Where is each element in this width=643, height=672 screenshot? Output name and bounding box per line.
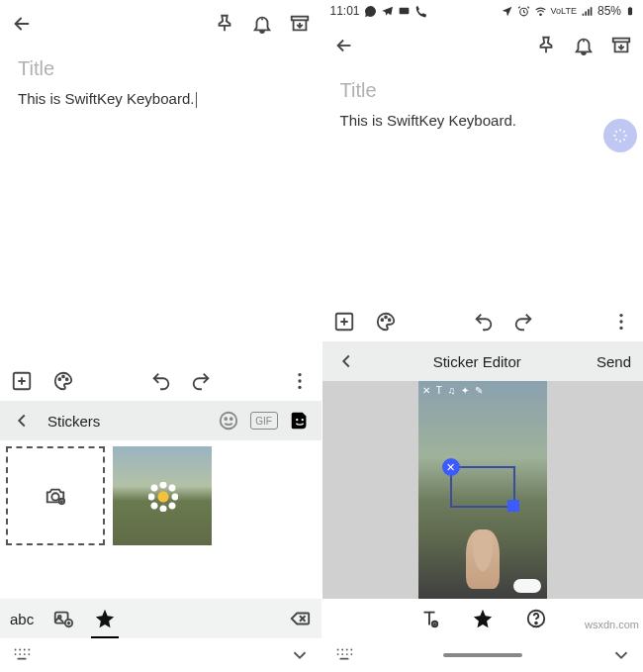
svg-point-29	[539, 13, 541, 15]
svg-point-38	[619, 320, 622, 323]
undo-button[interactable]	[149, 369, 173, 393]
crop-delete-icon[interactable]: ✕	[442, 458, 460, 476]
redo-button[interactable]	[511, 310, 535, 334]
add-button[interactable]	[10, 369, 34, 393]
add-button[interactable]	[332, 310, 356, 334]
svg-rect-32	[613, 39, 630, 43]
svg-point-34	[381, 319, 383, 321]
battery-label: 85%	[597, 4, 621, 18]
whatsapp-icon	[364, 5, 377, 18]
next-pill[interactable]	[513, 579, 541, 593]
note-content[interactable]: Title This is SwiftKey Keyboard.	[0, 48, 322, 361]
svg-point-22	[15, 653, 17, 655]
archive-button[interactable]	[609, 34, 633, 57]
archive-button[interactable]	[288, 12, 312, 36]
svg-point-36	[388, 319, 390, 321]
note-body-input[interactable]: This is SwiftKey Keyboard.	[340, 112, 516, 129]
emoji-tab[interactable]	[217, 409, 240, 432]
music-icon[interactable]: ♫	[448, 385, 456, 396]
keyboard-grid-icon[interactable]	[10, 643, 34, 667]
editor-back-button[interactable]	[334, 349, 358, 373]
help-button[interactable]	[524, 607, 548, 630]
backspace-button[interactable]	[288, 607, 312, 630]
send-button[interactable]: Send	[597, 353, 631, 370]
svg-point-37	[619, 314, 622, 317]
sticker-editor-canvas[interactable]: ✕ T ♫ ✦ ✎ ✕	[322, 381, 644, 599]
app-header	[322, 22, 644, 69]
battery-icon	[625, 4, 635, 18]
star-tab[interactable]	[93, 607, 117, 630]
camera-tile[interactable]	[6, 446, 105, 545]
gif-tab[interactable]: GIF	[250, 412, 278, 430]
sticker-thumbnail[interactable]	[113, 446, 212, 545]
svg-point-19	[19, 649, 21, 651]
note-title-input[interactable]: Title	[340, 79, 626, 102]
location-icon	[501, 5, 513, 18]
stickers-grid	[0, 440, 322, 599]
telegram-icon	[381, 5, 394, 18]
undo-button[interactable]	[472, 310, 496, 334]
svg-point-8	[220, 413, 236, 430]
effects-icon[interactable]: ✦	[461, 385, 469, 396]
message-icon	[398, 5, 411, 18]
keyboard-collapse-row	[0, 638, 322, 672]
palette-button[interactable]	[374, 310, 398, 334]
back-button[interactable]	[10, 12, 34, 36]
note-content[interactable]: Title This is SwiftKey Keyboard.	[322, 69, 644, 148]
svg-point-25	[28, 653, 30, 655]
editor-preview[interactable]: ✕ T ♫ ✦ ✎ ✕	[418, 381, 547, 599]
crop-rectangle[interactable]: ✕	[450, 466, 515, 508]
watermark: wsxdn.com	[585, 619, 639, 630]
keyboard-grid-icon[interactable]	[332, 643, 356, 667]
keyboard-collapse-row	[322, 638, 644, 672]
note-toolbar	[322, 302, 644, 341]
hand-shape	[466, 529, 500, 589]
status-bar: 11:01 VoLTE	[322, 0, 644, 22]
close-icon[interactable]: ✕	[422, 385, 430, 396]
svg-point-48	[341, 653, 343, 655]
daisy-photo	[113, 446, 212, 545]
reminder-button[interactable]	[572, 34, 596, 57]
star-tool-button[interactable]	[471, 607, 495, 630]
collapse-keyboard-button[interactable]	[609, 643, 633, 667]
text-tool-button[interactable]	[417, 607, 441, 630]
reminder-button[interactable]	[250, 12, 274, 36]
stickers-header: Stickers GIF	[0, 401, 322, 440]
more-button[interactable]	[288, 369, 312, 393]
svg-rect-30	[628, 8, 632, 16]
palette-button[interactable]	[51, 369, 75, 393]
note-title-input[interactable]: Title	[18, 57, 304, 80]
svg-point-24	[24, 653, 26, 655]
redo-button[interactable]	[189, 369, 213, 393]
stickers-tab[interactable]	[288, 409, 312, 432]
phone-icon	[414, 5, 427, 18]
note-toolbar	[0, 361, 322, 401]
edit-fab[interactable]	[603, 119, 637, 152]
stickers-back-button[interactable]	[10, 409, 34, 432]
editor-toolbar-icons: ✕ T ♫ ✦ ✎	[422, 385, 543, 396]
svg-rect-31	[629, 7, 631, 8]
pin-button[interactable]	[213, 12, 236, 36]
abc-button[interactable]: abc	[10, 611, 34, 627]
gesture-handle[interactable]	[443, 653, 522, 657]
collapse-keyboard-button[interactable]	[288, 643, 312, 667]
stickers-title: Stickers	[47, 413, 100, 430]
more-button[interactable]	[609, 310, 633, 334]
svg-point-46	[350, 649, 352, 651]
svg-rect-27	[399, 7, 409, 14]
keyboard-bottom-row: abc	[0, 599, 322, 638]
volte-icon: VoLTE	[551, 6, 577, 16]
note-body-input[interactable]: This is SwiftKey Keyboard.	[18, 90, 197, 108]
text-icon[interactable]: T	[436, 385, 442, 396]
svg-point-35	[385, 317, 387, 319]
svg-point-39	[619, 327, 622, 330]
back-button[interactable]	[332, 34, 356, 57]
draw-icon[interactable]: ✎	[475, 385, 483, 396]
svg-point-3	[62, 376, 64, 378]
svg-point-44	[341, 649, 343, 651]
alarm-icon	[517, 5, 530, 18]
pin-button[interactable]	[534, 34, 558, 57]
crop-resize-handle[interactable]	[507, 500, 519, 512]
svg-point-21	[28, 649, 30, 651]
image-plus-button[interactable]	[51, 607, 75, 630]
